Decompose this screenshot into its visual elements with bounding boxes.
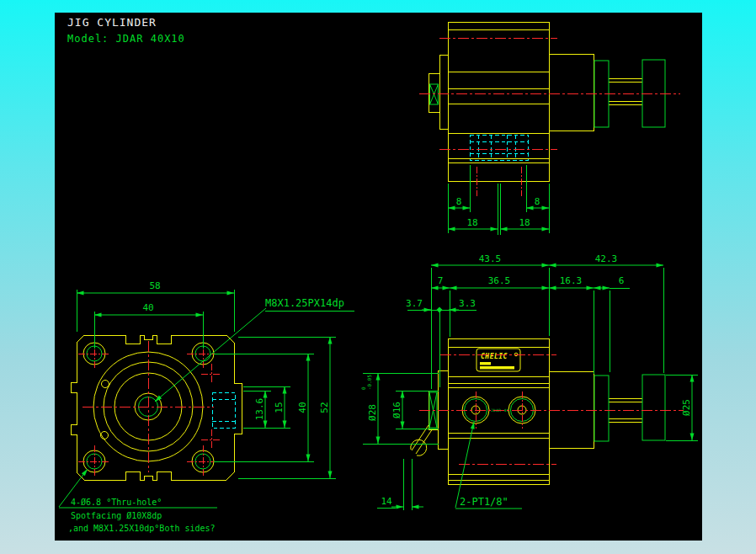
- dim-40-vertical: 40: [297, 402, 308, 413]
- dim-7: 7: [438, 275, 444, 286]
- dim-43-5: 43.5: [479, 253, 502, 264]
- dim-3-7: 3.7: [406, 298, 423, 309]
- port-label: 2-PT1/8": [460, 496, 508, 508]
- dim-52: 52: [319, 402, 330, 413]
- dim-14: 14: [381, 496, 392, 507]
- drawing-model: Model: JDAR 40X10: [67, 33, 185, 45]
- dim-18-left: 18: [466, 217, 477, 228]
- dim-58: 58: [149, 280, 160, 291]
- cad-drawing-surface: JIG CYLINDER Model: JDAR 40X10: [0, 0, 756, 554]
- dim-3-3: 3.3: [459, 298, 476, 309]
- dim-16-3: 16.3: [560, 275, 583, 286]
- dim-dia-16: Ø16: [391, 402, 402, 418]
- dim-15: 15: [274, 402, 285, 413]
- dim-8-right: 8: [535, 196, 540, 207]
- dim-dia-28-tol-upper: 0: [360, 386, 366, 390]
- dim-dia-28: Ø28: [367, 404, 378, 421]
- note-line-2: Spotfacing Ø10X8dp: [71, 511, 162, 520]
- note-line-3: ,and M8X1.25X10dp°Both sides?: [68, 524, 216, 533]
- drawing-title: JIG CYLINDER: [67, 16, 157, 29]
- dim-dia-28-tol-lower: -0.05: [366, 375, 372, 390]
- dim-18-right: 18: [519, 217, 530, 228]
- dim-36-5: 36.5: [488, 275, 511, 286]
- nameplate-brand: CHELIC: [481, 353, 508, 360]
- note-line-1: 4-Ø6.8 °Thru-hole°: [71, 498, 162, 507]
- dim-40-horizontal: 40: [142, 302, 153, 313]
- dim-42-3: 42.3: [595, 253, 618, 264]
- dim-6: 6: [619, 275, 625, 286]
- dim-dia-25: Ø25: [681, 399, 692, 416]
- thread-label: M8X1.25PX14dp: [265, 297, 344, 309]
- dim-8-left: 8: [456, 196, 462, 207]
- dim-13-6: 13.6: [254, 398, 265, 421]
- cad-application-window: JIG CYLINDER Model: JDAR 40X10: [0, 0, 756, 554]
